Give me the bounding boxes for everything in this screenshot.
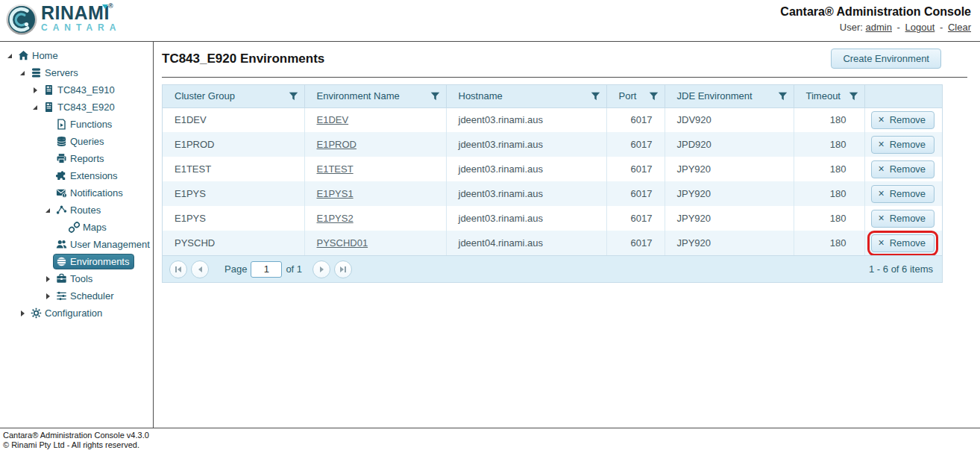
footer-copyright: © Rinami Pty Ltd - All rights reserved.: [3, 440, 980, 450]
remove-cell: ×Remove: [864, 107, 942, 132]
sidebar-item-tc843-e920[interactable]: TC843_E920: [0, 99, 153, 116]
environment-name-link[interactable]: E1PYS2: [317, 213, 354, 224]
sidebar-item-label: Environments: [70, 256, 129, 267]
close-icon: ×: [879, 164, 885, 173]
tree-collapse-arrow-icon[interactable]: [4, 54, 15, 58]
remove-button-label: Remove: [890, 188, 926, 199]
table-row: E1PRODE1PRODjdeent03.rinami.aus6017JPD92…: [163, 132, 942, 157]
sidebar-item-extensions[interactable]: Extensions: [0, 167, 153, 184]
sidebar-item-environments[interactable]: Environments: [0, 253, 153, 270]
column-header-label: JDE Environment: [677, 90, 753, 102]
sidebar-item-label: Extensions: [70, 170, 118, 181]
create-environment-button[interactable]: Create Environment: [831, 49, 941, 69]
pager-next-button[interactable]: [312, 260, 330, 278]
environment-name-cell: PYSCHD01: [304, 231, 446, 255]
port-cell: 6017: [606, 132, 665, 157]
remove-button[interactable]: ×Remove: [871, 136, 935, 154]
column-header-label: Environment Name: [317, 90, 400, 102]
environment-name-link[interactable]: E1TEST: [317, 163, 354, 175]
column-header-port[interactable]: Port: [606, 85, 665, 107]
pager-page-input[interactable]: [251, 261, 282, 278]
sidebar-item-maps[interactable]: Maps: [0, 219, 153, 236]
remove-button[interactable]: ×Remove: [871, 111, 935, 129]
remove-cell: ×Remove: [864, 206, 942, 231]
tree-collapse-arrow-icon[interactable]: [30, 105, 40, 110]
hostname-cell: jdeent03.rinami.aus: [446, 132, 606, 157]
sidebar-item-label: TC843_E920: [57, 102, 115, 113]
remove-button[interactable]: ×Remove: [871, 160, 935, 178]
sidebar-item-home[interactable]: Home: [0, 47, 153, 64]
scheduler-list-icon: [56, 290, 67, 302]
timeout-cell: 180: [794, 231, 864, 255]
pager-last-button[interactable]: [334, 260, 352, 278]
filter-icon[interactable]: [849, 92, 858, 101]
filter-icon[interactable]: [649, 92, 659, 101]
page-title: TC843_E920 Environments: [162, 51, 324, 66]
sidebar-item-servers[interactable]: Servers: [0, 64, 153, 81]
column-header-environment-name[interactable]: Environment Name: [304, 85, 446, 107]
tree-expand-arrow-icon[interactable]: [17, 310, 28, 316]
sidebar-item-configuration[interactable]: Configuration: [0, 305, 153, 322]
jde-environment-cell: JPD920: [665, 132, 794, 157]
tree-collapse-arrow-icon[interactable]: [17, 71, 28, 75]
prev-page-icon: [198, 266, 202, 272]
port-cell: 6017: [606, 181, 665, 206]
filter-icon[interactable]: [430, 92, 440, 101]
tree-expand-arrow-icon[interactable]: [43, 293, 53, 299]
port-cell: 6017: [606, 157, 665, 181]
tree-expand-arrow-icon[interactable]: [43, 276, 53, 282]
column-header-jde-environment[interactable]: JDE Environment: [665, 85, 794, 107]
sidebar-item-scheduler[interactable]: Scheduler: [0, 287, 153, 305]
environment-name-link[interactable]: E1PYS1: [317, 188, 354, 199]
remove-button-label: Remove: [890, 114, 926, 125]
hostname-cell: jdeent03.rinami.aus: [446, 107, 606, 132]
sidebar-item-user-management[interactable]: User Management: [0, 236, 153, 253]
page-label: Page: [224, 263, 247, 275]
cluster-group-cell: E1DEV: [163, 107, 304, 132]
remove-button[interactable]: ×Remove: [871, 210, 935, 228]
logo-triangle-icon: [102, 4, 108, 9]
rinami-cantara-logo[interactable]: RINAMI® CANTARA: [6, 4, 121, 41]
sidebar-item-notifications[interactable]: Notifications: [0, 184, 153, 202]
sidebar-item-tools[interactable]: Tools: [0, 270, 153, 287]
environment-name-link[interactable]: PYSCHD01: [317, 237, 368, 249]
logout-link[interactable]: Logout: [905, 22, 935, 33]
sidebar-item-tc843-e910[interactable]: TC843_E910: [0, 81, 153, 99]
filter-icon[interactable]: [591, 92, 600, 101]
sidebar-item-queries[interactable]: Queries: [0, 133, 153, 150]
close-icon: ×: [879, 238, 885, 247]
cluster-group-cell: E1PYS: [163, 181, 304, 206]
close-icon: ×: [879, 189, 885, 198]
printer-icon: [56, 153, 67, 164]
route-icon: [56, 204, 67, 216]
remove-button[interactable]: ×Remove: [871, 185, 935, 203]
first-page-icon: [178, 266, 181, 272]
sidebar-item-functions[interactable]: Functions: [0, 116, 153, 133]
environment-name-cell: E1PROD: [304, 132, 446, 157]
environments-grid: Cluster GroupEnvironment NameHostnamePor…: [162, 84, 943, 283]
clear-link[interactable]: Clear: [948, 22, 971, 33]
environment-name-cell: E1PYS2: [304, 206, 446, 231]
environment-name-link[interactable]: E1DEV: [317, 114, 349, 125]
sidebar-item-label: User Management: [70, 239, 150, 250]
tree-expand-arrow-icon[interactable]: [30, 87, 40, 93]
column-header-label: Port: [619, 90, 637, 102]
user-admin-link[interactable]: admin: [866, 22, 892, 33]
pager-first-button[interactable]: [169, 260, 187, 278]
pager-prev-button[interactable]: [191, 260, 209, 278]
column-header-hostname[interactable]: Hostname: [446, 85, 606, 107]
environment-name-link[interactable]: E1PROD: [317, 139, 356, 150]
filter-icon[interactable]: [778, 92, 788, 101]
filter-icon[interactable]: [289, 92, 298, 101]
remove-button-highlighted[interactable]: ×Remove: [871, 234, 935, 252]
table-row: E1PYSE1PYS2jdeent03.rinami.aus6017JPY920…: [163, 206, 942, 231]
column-header-timeout[interactable]: Timeout: [794, 85, 864, 107]
tree-collapse-arrow-icon[interactable]: [43, 208, 53, 213]
timeout-cell: 180: [794, 181, 864, 206]
close-icon: ×: [879, 213, 885, 222]
top-header: RINAMI® CANTARA Cantara® Administration …: [0, 0, 980, 42]
column-header-cluster-group[interactable]: Cluster Group: [163, 85, 304, 107]
sidebar-item-reports[interactable]: Reports: [0, 150, 153, 167]
sidebar-item-routes[interactable]: Routes: [0, 202, 153, 219]
last-page-icon: [340, 266, 344, 272]
